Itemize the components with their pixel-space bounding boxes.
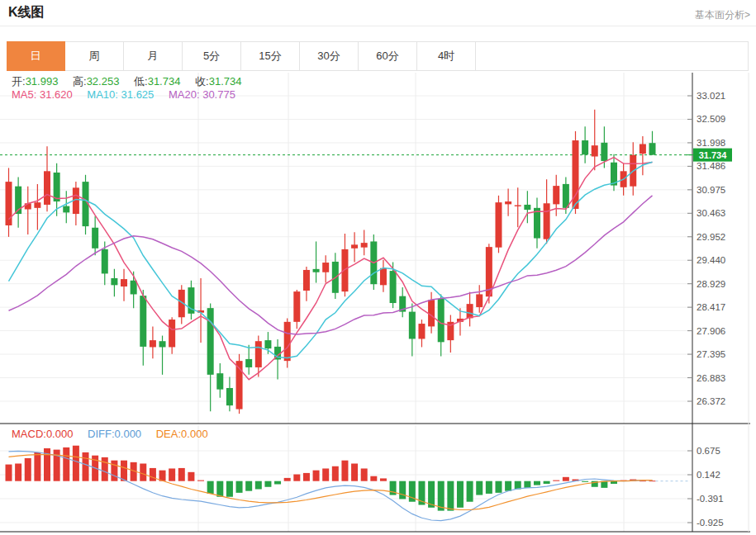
macd-bar (255, 481, 262, 490)
candle-body (428, 300, 435, 326)
macd-bar (495, 481, 502, 493)
macd-bar (341, 461, 348, 481)
macd-bar (264, 481, 271, 487)
ma-legend: MA5: 31.620 MA10: 31.625 MA20: 30.775 (12, 88, 247, 101)
macd-bar (303, 473, 310, 481)
candle-body (92, 228, 98, 249)
candle-body (515, 205, 521, 206)
candle-body (640, 144, 646, 154)
ma20-label: MA20: (169, 88, 200, 101)
candle-body (226, 388, 233, 405)
macd-bar (457, 481, 464, 508)
price-axis-label: 30.975 (697, 185, 725, 195)
candle-body (63, 206, 69, 213)
price-axis-label: 29.952 (697, 232, 725, 242)
high-label: 高: (73, 75, 87, 88)
macd-bar (284, 478, 291, 481)
ma5-value: 31.620 (40, 88, 73, 101)
ma10-label: MA10: (87, 88, 118, 101)
macd-bar (515, 481, 521, 490)
ma5-label: MA5: (12, 88, 36, 101)
candle-body (467, 304, 473, 318)
candle-body (524, 205, 530, 210)
macd-bar (524, 481, 530, 488)
candle-body (121, 279, 127, 286)
macd-bar (216, 481, 223, 497)
macd-bar (563, 477, 569, 481)
macd-axis-label: 0.675 (697, 446, 720, 456)
price-axis-label: 26.372 (697, 396, 725, 406)
low-value: 31.734 (148, 75, 181, 88)
macd-bar (649, 481, 656, 481)
macd-bar (640, 481, 646, 481)
candle-body (102, 249, 108, 273)
high-value: 32.253 (87, 75, 120, 88)
candle-body (44, 171, 50, 205)
candle-body (553, 186, 559, 204)
macd-bar (169, 468, 175, 481)
price-axis-label: 31.998 (697, 138, 725, 148)
macd-bar (121, 461, 127, 481)
price-axis-label: 30.463 (697, 208, 725, 218)
macd-bar (582, 481, 588, 482)
macd-bar (150, 468, 156, 481)
macd-bar (197, 481, 204, 481)
macd-axis-label: -0.391 (697, 494, 724, 504)
macd-bar (83, 452, 89, 481)
macd-bar (370, 476, 377, 481)
open-label: 开: (12, 75, 26, 88)
macd-bar (534, 481, 540, 485)
candle-body (505, 201, 511, 204)
macd-bar (34, 452, 40, 481)
price-axis-label: 31.486 (697, 161, 725, 171)
macd-bar (313, 471, 320, 481)
macd-bar (467, 481, 473, 502)
macd-bar (15, 463, 21, 481)
macd-histogram (6, 446, 692, 521)
macd-bar (188, 472, 194, 481)
candle-body (438, 299, 445, 342)
macd-bar (207, 481, 214, 494)
diff-label: DIFF: (88, 428, 115, 440)
candle-body (293, 291, 300, 322)
macd-bar (111, 461, 117, 481)
candle-body (390, 271, 397, 303)
macd-bar (25, 458, 31, 481)
close-value: 31.734 (209, 75, 242, 88)
current-price-badge-label: 31.734 (699, 150, 728, 160)
candle-body (34, 202, 40, 208)
candle-body (418, 324, 425, 339)
candle-body (649, 143, 656, 154)
candle-body (351, 244, 358, 248)
price-axis-label: 29.440 (697, 255, 725, 265)
macd-bar (505, 481, 511, 491)
dea-label: DEA: (156, 428, 181, 440)
price-axis-label: 27.906 (697, 326, 725, 336)
macd-bar (6, 465, 12, 481)
macd-legend: MACD:0.000 DIFF:0.000 DEA:0.000 (12, 428, 220, 440)
macd-bar (245, 481, 252, 491)
price-axis-label: 27.395 (697, 349, 725, 359)
candle-body (150, 340, 156, 347)
open-value: 31.993 (26, 75, 59, 88)
macd-axis-label: 0.142 (697, 470, 720, 480)
macd-bar (73, 446, 79, 481)
price-axis-label: 26.883 (697, 373, 725, 383)
candle-body (601, 143, 607, 161)
macd-bar (361, 468, 368, 481)
low-label: 低: (134, 75, 148, 88)
price-axis-label: 28.929 (697, 279, 725, 289)
candle-body (563, 184, 569, 208)
macd-axis-label: -0.925 (697, 518, 724, 528)
price-axis-label: 32.509 (697, 114, 725, 124)
price-axis-label: 28.417 (697, 302, 725, 312)
macd-bar (226, 481, 233, 497)
macd-bar (399, 481, 406, 499)
candle-body (582, 140, 588, 154)
candle-body (409, 312, 416, 339)
ohlc-legend: 开:31.993 高:32.253 低:31.734 收:31.734 (12, 74, 253, 89)
diff-value: 0.000 (115, 428, 142, 440)
macd-bar (178, 468, 185, 481)
macd-bar (486, 481, 492, 494)
candle-body (322, 263, 329, 272)
